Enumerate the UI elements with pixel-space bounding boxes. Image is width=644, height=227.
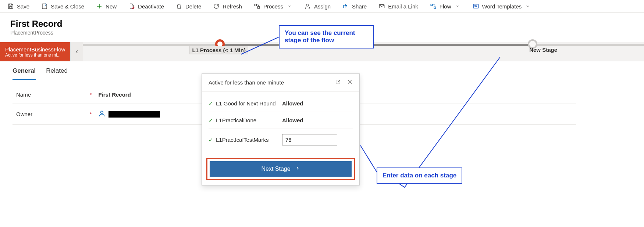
plus-icon	[96, 3, 103, 10]
refresh-icon	[213, 3, 220, 10]
save-icon	[7, 3, 14, 10]
svg-rect-3	[257, 7, 259, 8]
refresh-button[interactable]: Refresh	[213, 3, 242, 10]
stage-field-1: ✓ L1 Good for Next Round Allowed	[209, 95, 353, 112]
stage-field-2-value[interactable]: Allowed	[282, 117, 303, 123]
email-link-label: Email a Link	[388, 3, 418, 10]
save-button[interactable]: Save	[7, 3, 29, 10]
stage-field-3: ✓ L1PractIcalTestMarks	[209, 129, 353, 132]
svg-rect-0	[10, 7, 12, 8]
svg-rect-6	[431, 4, 433, 6]
save-close-icon	[41, 3, 48, 10]
email-link-button[interactable]: Email a Link	[378, 3, 418, 10]
stage-field-2-label: L1PracticalDone	[216, 117, 282, 123]
deactivate-icon	[128, 3, 135, 10]
flow-button[interactable]: Flow	[430, 3, 461, 10]
assign-icon	[305, 3, 311, 10]
stage-field-2: ✓ L1PracticalDone Allowed	[209, 112, 353, 129]
word-icon	[473, 3, 479, 10]
stage-field-1-label: L1 Good for Next Round	[216, 100, 282, 107]
required-indicator: *	[90, 92, 92, 98]
process-label: Process	[263, 3, 283, 10]
stage-label-next[interactable]: New Stage	[527, 46, 559, 54]
svg-rect-7	[434, 7, 436, 9]
new-button[interactable]: New	[96, 3, 117, 10]
flyout-header: Active for less than one minute	[202, 74, 359, 91]
email-icon	[378, 3, 385, 10]
annotation-current-stage: You can see the current stage of the flo…	[279, 25, 374, 48]
share-icon	[342, 3, 349, 10]
chevron-down-icon	[454, 3, 461, 10]
stage-field-1-value[interactable]: Allowed	[282, 100, 303, 107]
process-icon	[254, 3, 260, 10]
deactivate-button[interactable]: Deactivate	[128, 3, 164, 10]
svg-point-4	[306, 4, 309, 6]
svg-rect-5	[379, 5, 384, 8]
share-label: Share	[352, 3, 367, 10]
chevron-down-icon	[524, 3, 531, 10]
person-icon	[98, 110, 106, 118]
tab-related[interactable]: Related	[46, 64, 68, 80]
trash-icon	[176, 3, 182, 10]
check-icon: ✓	[209, 101, 213, 107]
svg-rect-2	[255, 4, 256, 6]
required-indicator: *	[90, 111, 92, 117]
name-label: Name	[16, 91, 90, 98]
flow-label: Flow	[440, 3, 451, 10]
close-icon[interactable]	[347, 79, 353, 86]
deactivate-label: Deactivate	[138, 3, 164, 10]
check-icon: ✓	[209, 118, 213, 123]
chevron-down-icon	[286, 3, 293, 10]
name-value[interactable]: First Record	[98, 91, 131, 98]
flow-icon	[430, 3, 437, 10]
delete-label: Delete	[185, 3, 201, 10]
tab-general[interactable]: General	[13, 64, 36, 80]
stage-flyout: Active for less than one minute ✓ L1 Goo…	[202, 73, 360, 132]
owner-value[interactable]	[98, 110, 160, 118]
word-templates-button[interactable]: Word Templates	[473, 3, 531, 10]
new-label: New	[106, 3, 117, 10]
bpf-active-flow[interactable]: PlacementBusinessFlow Active for less th…	[0, 42, 70, 61]
bpf-collapse-button[interactable]	[70, 42, 83, 61]
popout-icon[interactable]	[335, 79, 341, 86]
svg-point-9	[101, 111, 103, 114]
stage-label-current[interactable]: L1 Process (< 1 Min)	[189, 46, 248, 54]
save-close-label: Save & Close	[51, 3, 84, 10]
command-bar: Save Save & Close New Deactivate Delete …	[0, 0, 644, 13]
delete-button[interactable]: Delete	[176, 3, 201, 10]
bpf-flow-status: Active for less than one mi...	[5, 53, 65, 58]
save-close-button[interactable]: Save & Close	[41, 3, 84, 10]
flyout-title: Active for less than one minute	[209, 79, 284, 86]
word-templates-label: Word Templates	[482, 3, 522, 10]
assign-button[interactable]: Assign	[305, 3, 331, 10]
owner-label: Owner	[16, 111, 90, 117]
save-label: Save	[17, 3, 29, 10]
process-button[interactable]: Process	[254, 3, 293, 10]
assign-label: Assign	[314, 3, 331, 10]
bpf-flow-name: PlacementBusinessFlow	[5, 46, 65, 53]
share-button[interactable]: Share	[342, 3, 367, 10]
owner-name-redacted	[108, 111, 160, 118]
refresh-label: Refresh	[223, 3, 242, 10]
